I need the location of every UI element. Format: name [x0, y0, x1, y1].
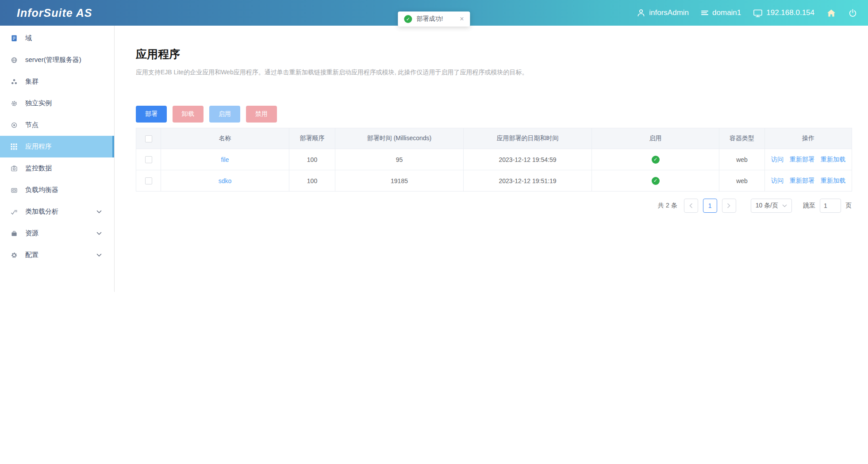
reload-link[interactable]: 重新加载 [821, 177, 845, 184]
deploy-order-cell: 100 [289, 149, 335, 170]
sidebar-item-resources[interactable]: 资源 [0, 222, 114, 244]
visit-link[interactable]: 访问 [771, 177, 784, 184]
sidebar-item-cluster[interactable]: 集群 [0, 71, 114, 92]
actions-cell: 访问重新部署重新加载 [765, 149, 852, 170]
container-type-cell: web [719, 170, 765, 192]
page-size-select[interactable]: 10 条/页 [751, 199, 792, 213]
applications-grid-icon [10, 143, 18, 150]
next-page-button[interactable] [722, 199, 736, 213]
header-right-group: inforsAdmin domain1 [637, 8, 857, 18]
undeploy-button[interactable]: 卸载 [173, 106, 204, 123]
chevron-down-icon [96, 232, 102, 235]
sidebar-item-label: server(管理服务器) [25, 56, 81, 64]
server-globe-icon [10, 57, 18, 64]
power-icon[interactable] [848, 8, 857, 18]
enabled-check-icon: ✓ [652, 156, 660, 164]
container-type-cell: web [719, 149, 765, 170]
app-name-link[interactable]: sdko [219, 177, 232, 184]
enabled-cell: ✓ [592, 170, 719, 192]
select-all-checkbox[interactable] [145, 135, 152, 142]
applications-table: 名称 部署顺序 部署时间 (Milliseconds) 应用部署的日期和时间 启… [136, 128, 852, 192]
menu-lines-icon [701, 9, 709, 16]
deploy-button[interactable]: 部署 [136, 106, 167, 123]
monitor-icon [753, 8, 763, 18]
user-menu[interactable]: inforsAdmin [637, 8, 689, 17]
ip-address: 192.168.0.154 [766, 8, 814, 17]
column-header-name: 名称 [161, 128, 289, 149]
app-logo: InforSuite AS [17, 7, 92, 19]
sidebar-item-label: 域 [25, 34, 32, 42]
load-balancer-icon [10, 187, 18, 194]
sidebar-item-server[interactable]: server(管理服务器) [0, 49, 114, 71]
sidebar-item-domain[interactable]: 域 [0, 27, 114, 49]
row-checkbox[interactable] [145, 156, 152, 163]
row-checkbox[interactable] [145, 177, 152, 184]
sidebar-item-label: 配置 [25, 251, 38, 259]
sidebar-item-label: 负载均衡器 [25, 186, 58, 194]
sidebar-item-label: 集群 [25, 77, 38, 86]
deploy-order-cell: 100 [289, 170, 335, 192]
disable-button[interactable]: 禁用 [246, 106, 277, 123]
sidebar-nav: 域 server(管理服务器) [0, 26, 115, 292]
chevron-down-icon [782, 204, 787, 207]
sidebar-item-standalone-instance[interactable]: 独立实例 [0, 92, 114, 114]
deploy-time-cell: 19185 [335, 170, 464, 192]
close-icon[interactable]: × [460, 15, 464, 23]
standalone-instance-icon [10, 100, 18, 107]
sidebar-item-class-loading[interactable]: 类加载分析 [0, 201, 114, 222]
sidebar-item-applications[interactable]: 应用程序 [0, 136, 114, 157]
redeploy-link[interactable]: 重新部署 [790, 156, 814, 163]
success-check-icon: ✓ [404, 15, 412, 23]
page-number-button[interactable]: 1 [703, 199, 717, 213]
class-loading-icon [10, 208, 18, 215]
jump-group: 跳至 页 [803, 199, 852, 213]
resources-icon [10, 230, 18, 237]
page-title: 应用程序 [136, 47, 852, 61]
domain-menu[interactable]: domain1 [701, 8, 741, 17]
prev-page-button[interactable] [684, 199, 698, 213]
datetime-cell: 2023-12-12 19:51:19 [464, 170, 592, 192]
enable-button[interactable]: 启用 [209, 106, 240, 123]
visit-link[interactable]: 访问 [771, 156, 784, 163]
pagination: 共 2 条 1 10 条/页 [136, 199, 852, 213]
deploy-time-cell: 95 [335, 149, 464, 170]
chevron-down-icon [96, 253, 102, 257]
actions-cell: 访问重新部署重新加载 [765, 170, 852, 192]
sidebar-item-config[interactable]: 配置 [0, 244, 114, 266]
enabled-check-icon: ✓ [652, 177, 660, 185]
sidebar-item-label: 监控数据 [25, 164, 52, 173]
main-content: 应用程序 应用支持EJB Lite的企业应用和Web应用程序。通过单击重新加载链… [115, 26, 868, 213]
sidebar-item-monitoring-data[interactable]: 监控数据 [0, 157, 114, 179]
toast-message: 部署成功! [416, 15, 443, 23]
config-gear-icon [10, 252, 18, 259]
jump-label: 跳至 [803, 202, 815, 210]
column-header-actions: 操作 [765, 128, 852, 149]
home-icon[interactable] [826, 8, 836, 18]
page-description: 应用支持EJB Lite的企业应用和Web应用程序。通过单击重新加载链接重新启动… [136, 69, 852, 77]
user-name: inforsAdmin [649, 8, 689, 17]
column-header-order: 部署顺序 [289, 128, 335, 149]
sidebar-item-label: 应用程序 [25, 142, 52, 151]
toolbar: 部署 卸载 启用 禁用 [136, 106, 852, 123]
jump-suffix: 页 [845, 202, 852, 210]
select-all-cell [136, 128, 161, 149]
table-header-row: 名称 部署顺序 部署时间 (Milliseconds) 应用部署的日期和时间 启… [136, 128, 852, 149]
sidebar-item-label: 类加载分析 [25, 207, 58, 216]
user-icon [637, 8, 645, 17]
app-name-link[interactable]: file [221, 156, 229, 163]
enabled-cell: ✓ [592, 149, 719, 170]
sidebar-item-label: 独立实例 [25, 99, 52, 107]
cluster-icon [10, 78, 18, 85]
app-root: InforSuite AS inforsAdmin [0, 0, 868, 464]
jump-page-input[interactable] [820, 199, 841, 213]
column-header-container: 容器类型 [719, 128, 765, 149]
chevron-down-icon [96, 210, 102, 214]
page-size-value: 10 条/页 [756, 202, 778, 210]
sidebar-item-load-balancer[interactable]: 负载均衡器 [0, 179, 114, 201]
domain-doc-icon [10, 35, 18, 42]
redeploy-link[interactable]: 重新部署 [790, 177, 814, 184]
total-count: 共 2 条 [658, 202, 677, 210]
reload-link[interactable]: 重新加载 [821, 156, 845, 163]
sidebar-item-label: 资源 [25, 229, 38, 238]
sidebar-item-node[interactable]: 节点 [0, 114, 114, 136]
